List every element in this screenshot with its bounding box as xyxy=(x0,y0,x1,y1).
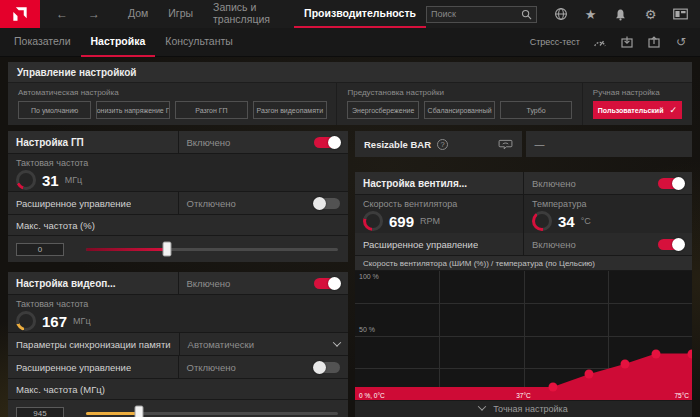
manual-tuning-group: Ручная настройка Пользовательский ✓ xyxy=(582,83,692,125)
notifications-bell-icon[interactable] xyxy=(613,7,628,22)
custom-profile-label: Пользовательский xyxy=(598,107,664,114)
browser-globe-icon[interactable] xyxy=(553,7,568,22)
vram-clock-label: Тактовая частота xyxy=(16,299,340,309)
fan-curve-chart-title: Скорость вентилятора (ШИМ (%)) / темпера… xyxy=(355,256,692,270)
fan-speed-gauge-icon xyxy=(363,211,383,231)
fan-curve-plot[interactable]: 100 % 50 % 0 %, 0°C 37°C 75°C xyxy=(355,271,692,400)
tab-home[interactable]: Дом xyxy=(118,0,158,28)
tab-record-stream[interactable]: Запись и трансляция xyxy=(203,0,294,28)
fan-tuning-status: Включено xyxy=(532,178,576,189)
temperature-label: Температура xyxy=(532,199,684,209)
gpu-max-freq-slider[interactable] xyxy=(86,248,338,251)
xtick-right: 75°C xyxy=(674,392,689,399)
vram-tuning-status: Включено xyxy=(187,278,231,289)
vram-max-freq-input[interactable]: 945 xyxy=(16,407,64,417)
preset-tuning-group: Предустановка настройки Энергосбережение… xyxy=(336,83,581,125)
vram-timing-label: Параметры синхронизации памяти xyxy=(16,339,171,350)
gpu-tuning-title: Настройка ГП xyxy=(8,131,178,153)
gpu-advanced-status: Отключено xyxy=(187,198,236,209)
fan-curve-point[interactable] xyxy=(688,349,693,358)
default-button[interactable]: По умолчанию xyxy=(18,101,91,119)
turbo-button[interactable]: Турбо xyxy=(500,101,571,119)
vram-clock-unit: МГц xyxy=(73,316,91,326)
gpu-max-freq-label: Макс. частота (%) xyxy=(8,215,348,235)
tuning-control-title: Управление настройкой xyxy=(8,62,692,83)
gpu-advanced-label: Расширенное управление xyxy=(16,198,131,209)
vram-advanced-toggle[interactable] xyxy=(314,362,340,373)
load-profile-icon[interactable] xyxy=(620,35,634,49)
gpu-advanced-toggle[interactable] xyxy=(314,198,340,209)
gpu-max-freq-input[interactable]: 0 xyxy=(16,243,64,256)
balanced-button[interactable]: Сбалансированный xyxy=(424,101,495,119)
xtick-left: 0 %, 0°C xyxy=(359,392,385,399)
top-bar: ← → Дом Игры Запись и трансляция Произво… xyxy=(0,0,700,28)
reset-icon[interactable]: ↺ xyxy=(674,35,688,49)
vram-tuning-title: Настройка видеоп... xyxy=(8,272,178,294)
auto-tuning-group: Автоматическая настройка По умолчанию По… xyxy=(8,83,336,125)
gpu-clock-unit: МГц xyxy=(65,175,83,185)
gpu-tuning-panel: Настройка ГП Включено Тактовая частота 3… xyxy=(8,131,348,262)
resizable-bar-label: Resizable BAR xyxy=(364,139,431,150)
temperature-unit: °C xyxy=(581,216,591,226)
search-icon xyxy=(521,9,532,20)
vram-max-freq-slider-handle[interactable] xyxy=(134,406,143,417)
vram-advanced-label: Расширенное управление xyxy=(16,362,131,373)
tab-advisors[interactable]: Консультанты xyxy=(155,28,243,57)
help-question-icon[interactable]: ? xyxy=(437,139,448,150)
temperature-gauge-icon xyxy=(532,211,552,231)
main-nav: Дом Игры Запись и трансляция Производите… xyxy=(118,0,426,28)
tuning-page: Управление настройкой Автоматическая нас… xyxy=(0,57,700,417)
fan-curve-point[interactable] xyxy=(620,359,629,368)
tab-metrics[interactable]: Показатели xyxy=(4,28,81,57)
back-arrow-icon[interactable]: ← xyxy=(56,7,68,21)
fan-curve-point[interactable] xyxy=(652,349,661,358)
forward-arrow-icon[interactable]: → xyxy=(88,7,100,21)
tab-tuning[interactable]: Настройка xyxy=(81,28,156,57)
fine-tuning-bar[interactable]: Точная настройка xyxy=(355,401,692,417)
gpu-clock-value: 31 xyxy=(42,172,59,189)
vram-clock-gauge-icon xyxy=(16,311,36,331)
fan-curve-point[interactable] xyxy=(548,383,557,392)
vram-timing-dropdown[interactable]: Автоматически xyxy=(180,333,348,355)
fan-curve-point[interactable] xyxy=(584,370,593,379)
window-layout-icon[interactable] xyxy=(673,7,688,22)
fan-speed-value: 699 xyxy=(389,213,414,230)
overclock-vram-button[interactable]: Разгон видеопамяти xyxy=(253,101,326,119)
vram-tuning-panel: Настройка видеоп... Включено Тактовая ча… xyxy=(8,272,348,417)
stress-test-gauge-icon[interactable] xyxy=(593,35,607,49)
fan-tuning-panel: Настройка вентиля... Включено Скорость в… xyxy=(355,172,692,417)
checkmark-icon: ✓ xyxy=(669,105,677,115)
search-box[interactable] xyxy=(426,6,537,23)
chevron-down-icon xyxy=(333,338,341,346)
gpu-clock-gauge-icon xyxy=(16,170,36,190)
preset-tuning-label: Предустановка настройки xyxy=(347,88,571,97)
xtick-mid: 37°C xyxy=(516,392,531,399)
tab-performance[interactable]: Производительность xyxy=(294,0,426,28)
gpu-max-freq-slider-handle[interactable] xyxy=(162,242,171,257)
gpu-clock-label: Тактовая частота xyxy=(16,158,340,168)
power-save-button[interactable]: Энергосбережение xyxy=(347,101,418,119)
fan-tuning-title: Настройка вентиля... xyxy=(355,172,523,194)
save-profile-icon[interactable] xyxy=(647,35,661,49)
search-input[interactable] xyxy=(431,9,521,19)
custom-profile-button[interactable]: Пользовательский ✓ xyxy=(593,101,682,119)
vram-timing-value: Автоматически xyxy=(188,339,254,350)
auto-tuning-label: Автоматическая настройка xyxy=(18,88,326,97)
fan-tuning-toggle[interactable] xyxy=(658,178,684,189)
gpu-tuning-toggle[interactable] xyxy=(314,137,340,148)
vram-max-freq-slider[interactable] xyxy=(86,412,338,415)
fan-advanced-toggle[interactable] xyxy=(658,239,684,250)
undervolt-gpu-button[interactable]: Понизить напряжение ГП xyxy=(96,101,169,119)
overclock-gpu-button[interactable]: Разгон ГП xyxy=(175,101,248,119)
resizable-bar-value: — xyxy=(535,139,545,150)
fan-advanced-label: Расширенное управление xyxy=(363,239,478,250)
vram-tuning-toggle[interactable] xyxy=(314,278,340,289)
amd-radeon-logo[interactable] xyxy=(0,0,40,28)
fan-advanced-status: Включено xyxy=(532,239,576,250)
speech-bubble-icon xyxy=(498,139,513,150)
favorites-star-icon[interactable]: ★ xyxy=(583,7,598,22)
tab-games[interactable]: Игры xyxy=(158,0,203,28)
temperature-value: 34 xyxy=(558,213,575,230)
settings-gear-icon[interactable]: ⚙ xyxy=(643,7,658,22)
manual-tuning-label: Ручная настройка xyxy=(593,88,682,97)
